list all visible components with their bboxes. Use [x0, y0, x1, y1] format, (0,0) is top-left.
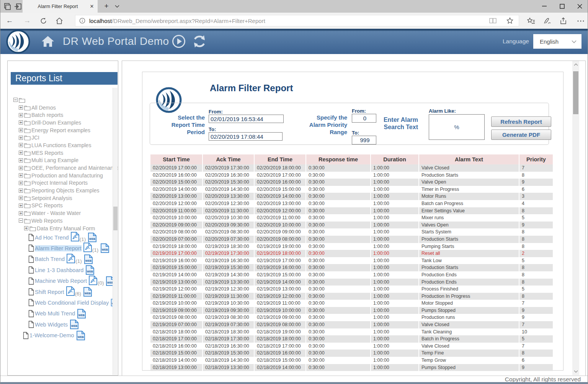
tree-report-row[interactable]: Web Multi Trend WEB — [8, 308, 118, 319]
tree-report-row[interactable]: Ad Hoc Trend (1) WEB — [8, 232, 118, 243]
scroll-down-icon[interactable] — [574, 370, 578, 373]
table-row[interactable]: 02/19/2019 08:00:00 02/19/2019 08:30:00 … — [150, 314, 553, 321]
tree-folder-row[interactable]: + JCI — [8, 134, 118, 141]
tree-folder-row[interactable]: + Setpoint Analysis — [8, 194, 118, 202]
tree-report-row[interactable]: 1-Welcome-Demo WEB — [8, 330, 118, 341]
tree-report-row[interactable]: Web Conditional Field Display WEB — [8, 297, 118, 308]
web-icon[interactable]: WEB — [100, 243, 109, 253]
sidebar-scrollbar[interactable] — [113, 88, 118, 375]
tree-folder-row[interactable]: − — [8, 96, 118, 104]
table-row[interactable]: 02/18/2019 18:00:00 02/18/2019 18:30:00 … — [150, 328, 553, 336]
tree-folder-row[interactable]: + Drill-Down Examples — [8, 119, 118, 126]
table-row[interactable]: 02/18/2019 15:00:00 02/18/2019 15:30:00 … — [150, 350, 553, 357]
web-icon[interactable]: WEB — [88, 232, 97, 243]
tree-expander-icon[interactable]: + — [19, 189, 23, 193]
table-row[interactable]: 02/20/2019 15:00:00 02/20/2019 15:30:00 … — [150, 179, 553, 186]
col-duration[interactable]: Duration — [371, 154, 419, 164]
tree-report-row[interactable]: Machine Web Report (0) WEB — [8, 276, 118, 286]
generate-pdf-button[interactable]: Generate PDF — [491, 130, 551, 140]
web-icon[interactable]: WEB — [85, 265, 95, 275]
tree-expander-icon[interactable]: + — [19, 128, 23, 132]
tree-report-label[interactable]: Web Widgets — [35, 322, 68, 328]
home-icon[interactable] — [53, 13, 65, 29]
table-row[interactable]: 02/19/2019 09:00:00 02/19/2019 09:30:00 … — [150, 307, 553, 314]
tab-preview-icon[interactable] — [3, 3, 11, 10]
table-row[interactable]: 02/19/2019 16:00:00 02/19/2019 16:30:00 … — [150, 257, 553, 264]
col-ack-time[interactable]: Ack Time — [203, 154, 254, 164]
pdf-icon[interactable] — [70, 231, 80, 242]
table-row[interactable]: 02/19/2019 11:00:00 02/19/2019 11:30:00 … — [150, 293, 553, 300]
maximize-button[interactable] — [553, 0, 571, 13]
tree-expander-icon[interactable]: + — [19, 203, 23, 208]
pdf-icon[interactable] — [88, 275, 98, 286]
main-scrollbar-thumb[interactable] — [573, 71, 578, 114]
period-from-input[interactable] — [209, 115, 284, 123]
main-scrollbar[interactable] — [572, 61, 579, 375]
set-tabs-aside-icon[interactable] — [14, 3, 22, 10]
new-tab-button[interactable]: + — [101, 0, 112, 13]
table-row[interactable]: 02/19/2019 17:00:00 02/19/2019 17:30:00 … — [150, 250, 553, 257]
table-row[interactable]: 02/19/2019 07:00:00 02/19/2019 07:30:00 … — [150, 321, 553, 328]
tree-folder-row[interactable]: + LUA Functions Examples — [8, 141, 118, 149]
col-response-time[interactable]: Response time — [306, 154, 371, 164]
table-row[interactable]: 02/18/2019 17:00:00 02/18/2019 17:30:00 … — [150, 335, 553, 343]
site-info-icon[interactable] — [79, 18, 85, 24]
reading-view-icon[interactable] — [489, 18, 497, 24]
pdf-icon[interactable] — [83, 242, 92, 253]
pdf-icon[interactable] — [66, 253, 75, 264]
tree-expander-icon[interactable]: + — [19, 143, 23, 147]
col-alarm-text[interactable]: Alarm Text — [419, 154, 519, 164]
favorite-star-icon[interactable] — [506, 17, 513, 24]
more-options-icon[interactable] — [577, 17, 585, 25]
tree-report-label[interactable]: Alarm Filter Report — [35, 245, 82, 251]
tree-folder-row[interactable]: + Multi Lang Example — [8, 157, 118, 164]
table-row[interactable]: 02/20/2019 09:00:00 02/20/2019 09:30:00 … — [150, 222, 553, 229]
tree-report-row[interactable]: Line 1-3 Dashboard WEB — [8, 265, 118, 276]
portal-home-icon[interactable] — [41, 34, 55, 48]
share-icon[interactable] — [559, 17, 568, 25]
tree-expander-icon[interactable]: + — [19, 113, 23, 117]
browser-tab[interactable]: Alarm Filter Report ✕ — [23, 0, 98, 13]
tree-report-label[interactable]: Web Multi Trend — [35, 310, 75, 317]
tree-folder-row[interactable]: + OEE, Performance and Maintenance — [8, 164, 118, 172]
scroll-up-icon[interactable] — [574, 63, 578, 66]
table-row[interactable]: 02/20/2019 12:00:00 02/20/2019 12:30:00 … — [150, 200, 553, 207]
web-icon[interactable]: WEB — [84, 254, 93, 264]
refresh-icon[interactable] — [37, 13, 49, 29]
pdf-icon[interactable] — [66, 286, 75, 296]
favorites-hub-icon[interactable] — [527, 17, 535, 25]
language-select[interactable]: English — [533, 34, 581, 49]
tree-report-row[interactable]: Batch Trend (1) WEB — [8, 254, 118, 264]
tree-report-label[interactable]: 1-Welcome-Demo — [29, 332, 74, 338]
forward-icon[interactable]: → — [21, 13, 33, 29]
tab-close-icon[interactable]: ✕ — [86, 3, 98, 9]
tree-expander-icon[interactable]: + — [19, 120, 23, 125]
table-row[interactable]: 02/20/2019 07:00:00 02/20/2019 07:30:00 … — [150, 236, 553, 243]
refresh-report-button[interactable]: Refresh Report — [491, 117, 551, 127]
table-row[interactable]: 02/18/2019 13:00:00 02/18/2019 13:30:00 … — [150, 364, 553, 371]
minimize-button[interactable] — [536, 0, 553, 13]
tree-expander-icon[interactable]: + — [19, 196, 23, 200]
period-to-input[interactable] — [209, 132, 283, 141]
tree-expander-icon[interactable]: + — [19, 173, 23, 177]
tree-report-row[interactable]: Web Widgets WEB — [8, 319, 118, 330]
tree-report-label[interactable]: Web Conditional Field Display — [35, 300, 109, 306]
tree-folder-row[interactable]: + Production and Manufacturing — [8, 172, 118, 179]
tree-folder-row[interactable]: + Project Internal Reports — [8, 179, 118, 187]
table-row[interactable]: 02/20/2019 10:00:00 02/20/2019 10:30:00 … — [150, 214, 553, 222]
table-row[interactable]: 02/18/2019 16:00:00 02/18/2019 16:30:00 … — [150, 343, 553, 350]
tree-expander-icon[interactable]: − — [13, 98, 18, 102]
tree-folder-row[interactable]: + Water - Waste Water — [8, 209, 118, 217]
tree-report-label[interactable]: Machine Web Report — [35, 278, 87, 284]
table-row[interactable]: 02/19/2019 10:00:00 02/19/2019 10:30:00 … — [150, 300, 553, 307]
tab-list-chevron-icon[interactable] — [114, 5, 120, 8]
table-row[interactable]: 02/20/2019 08:00:00 02/20/2019 08:30:00 … — [150, 228, 553, 236]
col-end-time[interactable]: End Time — [254, 154, 306, 164]
table-row[interactable]: 02/20/2019 14:00:00 02/20/2019 14:30:00 … — [150, 186, 553, 193]
tree-folder-row[interactable]: + Data Entry Manual Form — [8, 225, 118, 232]
close-button[interactable] — [571, 0, 588, 13]
table-row[interactable]: 02/19/2019 14:00:00 02/19/2019 14:30:00 … — [150, 271, 553, 279]
table-row[interactable]: 02/20/2019 13:00:00 02/20/2019 13:30:00 … — [150, 193, 553, 200]
tree-folder-row[interactable]: + Energy Report examples — [8, 126, 118, 134]
sidebar-scrollbar-thumb[interactable] — [113, 207, 118, 230]
